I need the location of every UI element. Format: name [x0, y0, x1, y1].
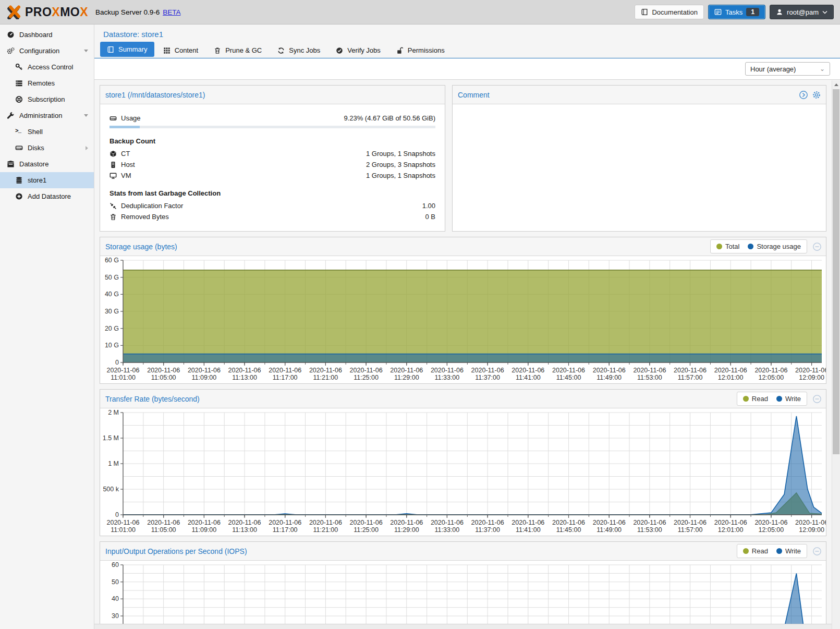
vertical-scrollbar-thumb[interactable]	[833, 89, 839, 454]
tab-permissions[interactable]: Permissions	[389, 43, 452, 58]
scroll-up-arrow-icon[interactable]	[832, 80, 840, 89]
svg-text:2020-11-06: 2020-11-06	[471, 519, 504, 526]
expand-caret-icon[interactable]	[86, 146, 88, 150]
vertical-scrollbar[interactable]	[832, 80, 840, 629]
svg-text:500 k: 500 k	[103, 486, 119, 493]
trash-icon	[214, 47, 221, 54]
sidebar-item-remotes[interactable]: Remotes	[0, 75, 94, 91]
documentation-button[interactable]: Documentation	[635, 5, 703, 19]
svg-text:0: 0	[115, 359, 119, 366]
sidebar-item-disks[interactable]: Disks	[0, 140, 94, 156]
svg-text:11:13:00: 11:13:00	[232, 374, 257, 381]
gc-stats-heading: Stats from last Garbage Collection	[109, 189, 435, 197]
legend-item-read[interactable]: Read	[743, 547, 768, 555]
svg-text:40 G: 40 G	[105, 291, 119, 298]
sidebar-item-datastore[interactable]: Datastore	[0, 156, 94, 172]
svg-text:11:01:00: 11:01:00	[111, 374, 136, 381]
cube-icon	[109, 150, 117, 158]
horizontal-scrollbar[interactable]	[94, 624, 832, 629]
legend-item-write[interactable]: Write	[776, 547, 801, 555]
minus-circle-icon[interactable]	[812, 547, 822, 556]
time-range-select[interactable]: Hour (average) ⌄	[745, 62, 830, 76]
play-circle-icon[interactable]	[799, 90, 808, 100]
svg-text:2020-11-06: 2020-11-06	[593, 367, 626, 374]
minus-circle-icon[interactable]	[812, 242, 822, 251]
svg-text:2020-11-06: 2020-11-06	[714, 367, 747, 374]
database-icon	[15, 176, 23, 184]
sidebar-item-add-datastore[interactable]: Add Datastore	[0, 188, 94, 204]
svg-text:2020-11-06: 2020-11-06	[754, 367, 787, 374]
chevron-down-icon	[822, 10, 827, 14]
sidebar-item-dashboard[interactable]: Dashboard	[0, 27, 94, 43]
legend-item-read[interactable]: Read	[743, 395, 768, 403]
sidebar-item-access-control[interactable]: Access Control	[0, 59, 94, 75]
svg-text:11:25:00: 11:25:00	[354, 374, 379, 381]
tab-summary[interactable]: Summary	[100, 42, 154, 57]
svg-text:2020-11-06: 2020-11-06	[795, 367, 826, 374]
beta-link[interactable]: BETA	[163, 8, 180, 16]
legend-item-storage-usage[interactable]: Storage usage	[748, 243, 801, 250]
usage-value: 9.23% (4.67 GiB of 50.56 GiB)	[344, 114, 435, 122]
legend-dot-icon	[776, 548, 782, 554]
svg-text:2020-11-06: 2020-11-06	[228, 367, 261, 374]
svg-text:2020-11-06: 2020-11-06	[309, 519, 342, 526]
dedup-row: Deduplication Factor 1.00	[109, 201, 435, 211]
svg-text:2020-11-06: 2020-11-06	[674, 519, 707, 526]
sidebar: Dashboard Configuration Access Control R…	[0, 25, 94, 629]
svg-text:11:41:00: 11:41:00	[516, 526, 541, 534]
tasks-button[interactable]: Tasks 1	[708, 5, 765, 19]
sidebar-item-subscription[interactable]: Subscription	[0, 91, 94, 107]
legend-item-write[interactable]: Write	[776, 395, 801, 403]
svg-text:2020-11-06: 2020-11-06	[106, 367, 139, 374]
svg-text:11:49:00: 11:49:00	[596, 374, 622, 381]
iops-legend: Read Write	[737, 544, 807, 558]
iops-chart: 01020304050602020-11-0611:01:002020-11-0…	[100, 561, 826, 629]
svg-text:2020-11-06: 2020-11-06	[309, 367, 342, 374]
svg-text:1.5 M: 1.5 M	[103, 434, 119, 442]
svg-text:11:21:00: 11:21:00	[313, 526, 338, 534]
collapse-caret-icon[interactable]	[84, 50, 88, 52]
svg-text:11:09:00: 11:09:00	[192, 374, 217, 381]
tab-prune-gc[interactable]: Prune & GC	[207, 43, 269, 58]
svg-text:2020-11-06: 2020-11-06	[714, 519, 747, 526]
logo-wordmark: PROXMOX	[25, 5, 88, 19]
tab-sync-jobs[interactable]: Sync Jobs	[271, 43, 327, 58]
monitor-icon	[109, 172, 117, 179]
storage-usage-chart: 010 G20 G30 G40 G50 G60 G2020-11-0611:01…	[100, 256, 826, 383]
hdd-icon	[15, 144, 23, 152]
tab-verify-jobs[interactable]: Verify Jobs	[329, 43, 387, 58]
svg-text:2020-11-06: 2020-11-06	[147, 367, 180, 374]
legend-item-total[interactable]: Total	[716, 243, 739, 250]
svg-text:2020-11-06: 2020-11-06	[390, 519, 423, 526]
svg-text:2020-11-06: 2020-11-06	[633, 519, 666, 526]
sidebar-item-store1[interactable]: store1	[0, 172, 94, 188]
storage-usage-panel: Storage usage (bytes) Total Storage usag…	[100, 237, 826, 384]
comment-body[interactable]	[453, 104, 826, 231]
svg-text:11:05:00: 11:05:00	[151, 526, 176, 534]
svg-text:2020-11-06: 2020-11-06	[228, 519, 261, 526]
minus-circle-icon[interactable]	[812, 394, 822, 404]
svg-text:2020-11-06: 2020-11-06	[512, 519, 544, 526]
tab-content[interactable]: Content	[156, 43, 205, 58]
svg-text:11:49:00: 11:49:00	[596, 526, 622, 534]
svg-text:11:45:00: 11:45:00	[556, 374, 581, 381]
gear-icon[interactable]	[812, 90, 821, 100]
datastore-icon	[7, 160, 15, 168]
svg-text:11:17:00: 11:17:00	[273, 526, 298, 534]
svg-text:11:01:00: 11:01:00	[111, 526, 136, 534]
sidebar-item-configuration[interactable]: Configuration	[0, 43, 94, 59]
svg-text:2020-11-06: 2020-11-06	[795, 519, 826, 526]
svg-text:2020-11-06: 2020-11-06	[471, 367, 504, 374]
grid-icon	[163, 47, 171, 54]
sidebar-item-shell[interactable]: >_ Shell	[0, 124, 94, 140]
comment-panel-title: Comment	[458, 91, 490, 99]
user-menu-button[interactable]: root@pam	[770, 5, 834, 19]
collapse-caret-icon[interactable]	[84, 114, 88, 117]
sidebar-item-administration[interactable]: Administration	[0, 107, 94, 124]
hdd-icon	[109, 115, 117, 122]
proxmox-x-icon	[6, 5, 22, 19]
svg-text:11:33:00: 11:33:00	[435, 374, 460, 381]
svg-text:2020-11-06: 2020-11-06	[552, 519, 585, 526]
svg-text:11:57:00: 11:57:00	[678, 526, 703, 534]
svg-text:30: 30	[112, 612, 119, 620]
